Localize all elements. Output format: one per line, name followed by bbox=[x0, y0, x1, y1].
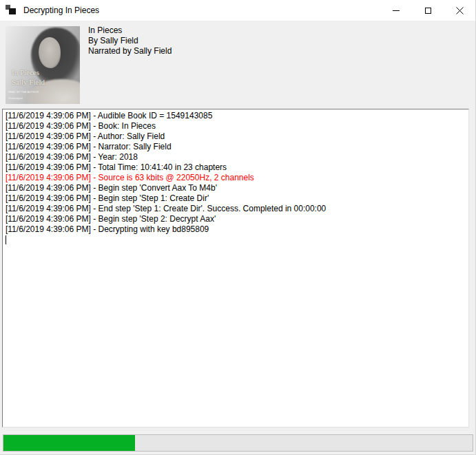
cover-micro-text: READ BY THE AUTHOR Unabridged bbox=[8, 90, 39, 100]
progress-fill bbox=[3, 435, 135, 451]
book-cover: In Pieces Sally Field READ BY THE AUTHOR… bbox=[6, 26, 80, 104]
log-line: [11/6/2019 4:39:06 PM] - Begin step 'Ste… bbox=[6, 193, 466, 204]
cover-edition: Unabridged bbox=[8, 96, 39, 100]
log-line: [11/6/2019 4:39:06 PM] - Decrypting with… bbox=[6, 224, 466, 235]
maximize-button[interactable] bbox=[412, 0, 444, 21]
book-title: In Pieces bbox=[88, 25, 172, 36]
title-bar[interactable]: Decrypting In Pieces bbox=[0, 0, 475, 21]
cover-title-block: In Pieces Sally Field bbox=[12, 67, 45, 87]
cover-author: Sally Field bbox=[12, 77, 45, 87]
log-line: [11/6/2019 4:39:06 PM] - Author: Sally F… bbox=[6, 131, 466, 142]
app-icon-square-large bbox=[9, 8, 16, 14]
log-line: [11/6/2019 4:39:06 PM] - End step 'Step … bbox=[6, 204, 466, 214]
maximize-icon bbox=[425, 8, 431, 14]
book-author: By Sally Field bbox=[88, 36, 172, 46]
book-metadata: In Pieces By Sally Field Narrated by Sal… bbox=[88, 25, 172, 56]
text-caret bbox=[6, 235, 6, 244]
log-line: [11/6/2019 4:39:06 PM] - Audible Book ID… bbox=[6, 111, 466, 121]
log-line: [11/6/2019 4:39:06 PM] - Total Time: 10:… bbox=[6, 162, 466, 173]
log-caret-line bbox=[6, 235, 466, 245]
log-line: [11/6/2019 4:39:06 PM] - Begin step 'Con… bbox=[6, 183, 466, 193]
minimize-button[interactable] bbox=[380, 0, 412, 21]
caption-buttons bbox=[380, 0, 475, 21]
minimize-icon bbox=[393, 10, 400, 11]
log-line: [11/6/2019 4:39:06 PM] - Narrator: Sally… bbox=[6, 142, 466, 152]
application-window-icon bbox=[6, 4, 18, 17]
log-line: [11/6/2019 4:39:06 PM] - Source is 63 kb… bbox=[6, 173, 466, 183]
close-icon bbox=[456, 7, 464, 14]
book-narrator: Narrated by Sally Field bbox=[88, 46, 172, 56]
cover-read-by: READ BY THE AUTHOR bbox=[8, 90, 39, 94]
app-window: Decrypting In Pieces In Pieces Sally Fie… bbox=[0, 0, 476, 455]
log-textbox[interactable]: [11/6/2019 4:39:06 PM] - Audible Book ID… bbox=[2, 109, 469, 427]
progress-bar bbox=[3, 434, 473, 452]
cover-title: In Pieces bbox=[12, 67, 45, 77]
log-line: [11/6/2019 4:39:06 PM] - Year: 2018 bbox=[6, 152, 466, 162]
log-line: [11/6/2019 4:39:06 PM] - Book: In Pieces bbox=[6, 121, 466, 131]
window-title: Decrypting In Pieces bbox=[23, 0, 99, 21]
cover-portrait-face bbox=[39, 37, 61, 68]
log-line: [11/6/2019 4:39:06 PM] - Begin step 'Ste… bbox=[6, 214, 466, 224]
close-button[interactable] bbox=[444, 0, 475, 21]
